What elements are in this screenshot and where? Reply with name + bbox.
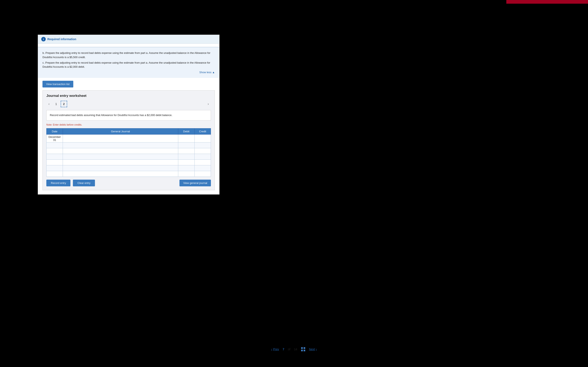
show-less-container: Show less ▲	[43, 70, 215, 75]
tab-bar	[38, 44, 219, 47]
clear-entry-button[interactable]: Clear entry	[73, 180, 95, 186]
table-row	[47, 165, 211, 171]
date-cell-0: December 31	[47, 134, 63, 142]
bottom-nav: ‹ Prev 7 of 14 Next ›	[0, 344, 588, 355]
credit-cell-6[interactable]	[195, 171, 211, 176]
debit-cell-2[interactable]	[178, 148, 195, 154]
top-red-banner	[506, 0, 588, 4]
credit-input-2[interactable]	[195, 148, 211, 154]
grid-icon[interactable]	[301, 347, 305, 351]
prev-link[interactable]: ‹ Prev	[271, 348, 279, 351]
journal-cell-5[interactable]	[63, 165, 178, 171]
next-link[interactable]: Next ›	[309, 348, 317, 351]
info-icon: i	[41, 37, 46, 42]
credit-input-6[interactable]	[195, 171, 211, 176]
page-nav: ‹ 1 2 ›	[46, 101, 211, 107]
journal-input-3[interactable]	[63, 154, 178, 159]
current-page: 7	[283, 348, 284, 351]
table-row	[47, 171, 211, 176]
svg-rect-3	[303, 350, 305, 351]
description-text: Record estimated bad debts assuming that…	[50, 114, 172, 117]
worksheet-title: Journal entry worksheet	[46, 94, 211, 98]
journal-input-1[interactable]	[63, 142, 178, 148]
credit-cell-3[interactable]	[195, 154, 211, 159]
prev-label: Prev	[273, 348, 279, 351]
credit-input-1[interactable]	[195, 142, 211, 148]
journal-cell-2[interactable]	[63, 148, 178, 154]
debit-input-1[interactable]	[178, 142, 194, 148]
worksheet-container: Journal entry worksheet ‹ 1 2 › Record e…	[43, 90, 215, 190]
description-box: Record estimated bad debts assuming that…	[46, 110, 211, 120]
credit-cell-0[interactable]	[195, 134, 211, 142]
total-pages: 14	[294, 348, 297, 351]
date-cell-3	[47, 154, 63, 159]
action-buttons: Record entry Clear entry View general jo…	[46, 180, 211, 186]
debit-input-3[interactable]	[178, 154, 194, 159]
tab-2[interactable]	[48, 44, 58, 47]
table-row	[47, 159, 211, 165]
table-row	[47, 148, 211, 154]
debit-cell-6[interactable]	[178, 171, 195, 176]
svg-rect-2	[301, 350, 303, 351]
required-info-bar: i Required information	[38, 35, 219, 44]
table-row: December 31	[47, 134, 211, 142]
credit-input-3[interactable]	[195, 154, 211, 159]
date-cell-4	[47, 159, 63, 165]
journal-input-4[interactable]	[63, 160, 178, 165]
journal-cell-0[interactable]	[63, 134, 178, 142]
table-row	[47, 154, 211, 159]
next-label: Next	[309, 348, 315, 351]
credit-cell-5[interactable]	[195, 165, 211, 171]
debit-input-4[interactable]	[178, 160, 194, 165]
journal-cell-6[interactable]	[63, 171, 178, 176]
journal-cell-3[interactable]	[63, 154, 178, 159]
required-info-title: Required information	[47, 38, 76, 41]
note-text: Note: Enter debits before credits.	[46, 123, 211, 126]
of-label: of	[288, 348, 290, 351]
col-header-date: Date	[47, 128, 63, 134]
part-c-text: c. Prepare the adjusting entry to record…	[43, 61, 215, 69]
col-header-credit: Credit	[195, 128, 211, 134]
journal-input-6[interactable]	[63, 171, 178, 176]
show-less-link[interactable]: Show less ▲	[199, 71, 215, 74]
page-1[interactable]: 1	[53, 101, 60, 107]
col-header-journal: General Journal	[63, 128, 178, 134]
credit-cell-1[interactable]	[195, 142, 211, 148]
credit-input-4[interactable]	[195, 160, 211, 165]
page-2[interactable]: 2	[61, 101, 67, 107]
debit-input-0[interactable]	[178, 134, 194, 142]
tab-1[interactable]	[38, 44, 48, 47]
debit-cell-0[interactable]	[178, 134, 195, 142]
page-next-arrow[interactable]: ›	[206, 101, 211, 107]
journal-input-2[interactable]	[63, 148, 178, 154]
debit-cell-3[interactable]	[178, 154, 195, 159]
debit-input-2[interactable]	[178, 148, 194, 154]
journal-input-5[interactable]	[63, 165, 178, 171]
prev-arrow-icon: ‹	[271, 348, 272, 351]
page-prev-arrow[interactable]: ‹	[46, 101, 52, 107]
main-container: i Required information b. Prepare the ad…	[38, 35, 219, 194]
journal-input-0[interactable]	[63, 134, 178, 142]
credit-input-0[interactable]	[195, 134, 211, 142]
date-cell-1	[47, 142, 63, 148]
record-entry-button[interactable]: Record entry	[46, 180, 70, 186]
journal-cell-4[interactable]	[63, 159, 178, 165]
debit-input-5[interactable]	[178, 165, 194, 171]
credit-input-5[interactable]	[195, 165, 211, 171]
svg-rect-1	[303, 347, 305, 349]
date-cell-5	[47, 165, 63, 171]
svg-rect-0	[301, 347, 303, 349]
view-general-journal-button[interactable]: View general journal	[180, 180, 211, 186]
debit-cell-5[interactable]	[178, 165, 195, 171]
journal-cell-1[interactable]	[63, 142, 178, 148]
journal-table: Date General Journal Debit Credit Decemb…	[46, 128, 211, 177]
debit-cell-4[interactable]	[178, 159, 195, 165]
part-b-text: b. Prepare the adjusting entry to record…	[43, 51, 215, 59]
debit-cell-1[interactable]	[178, 142, 195, 148]
content-area: b. Prepare the adjusting entry to record…	[38, 47, 219, 78]
col-header-debit: Debit	[178, 128, 195, 134]
credit-cell-4[interactable]	[195, 159, 211, 165]
view-transaction-button[interactable]: View transaction list	[43, 81, 73, 87]
debit-input-6[interactable]	[178, 171, 194, 176]
credit-cell-2[interactable]	[195, 148, 211, 154]
